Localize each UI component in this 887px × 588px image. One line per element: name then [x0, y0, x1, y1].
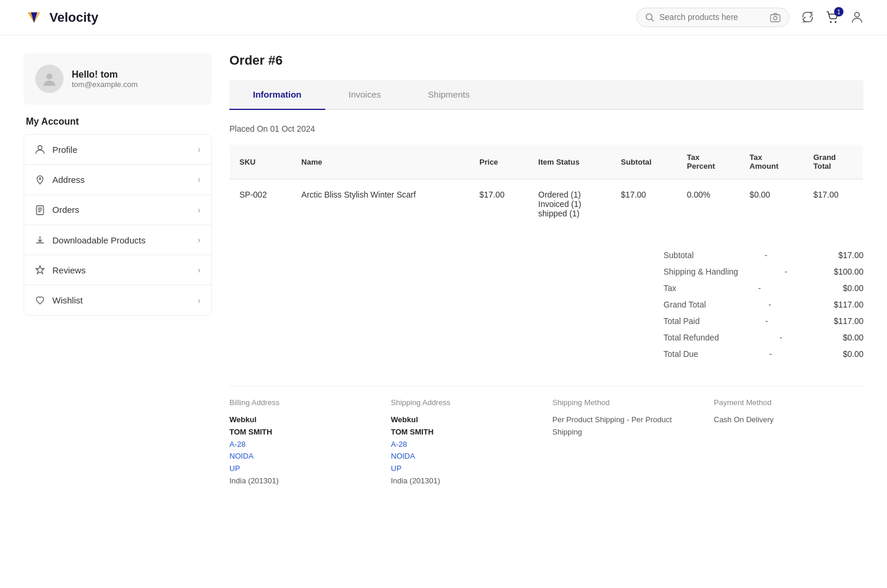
payment-method-value: Cash On Delivery: [714, 414, 864, 426]
summary-tax: Tax - $0.00: [663, 280, 863, 296]
header: Velocity: [0, 0, 887, 35]
cell-price: $17.00: [470, 179, 529, 229]
svg-point-8: [835, 21, 836, 23]
my-account-title: My Account: [24, 116, 212, 127]
tab-invoices[interactable]: Invoices: [325, 80, 405, 110]
location-icon: [35, 174, 45, 185]
svg-point-6: [773, 16, 777, 20]
sidebar-item-address[interactable]: Address ›: [24, 165, 211, 195]
col-tax-percent: TaxPercent: [678, 145, 741, 179]
col-price: Price: [470, 145, 529, 179]
tab-shipments[interactable]: Shipments: [405, 80, 493, 110]
sidebar-item-profile[interactable]: Profile ›: [24, 135, 211, 165]
billing-address-label: Billing Address: [229, 398, 379, 407]
order-tabs: Information Invoices Shipments: [229, 80, 863, 110]
shipping-method-label: Shipping Method: [552, 398, 702, 407]
col-subtotal: Subtotal: [612, 145, 678, 179]
chevron-right-icon: ›: [198, 205, 201, 215]
shipping-method-block: Shipping Method Per Product Shipping - P…: [552, 398, 702, 487]
placed-on: Placed On 01 Oct 2024: [229, 124, 863, 133]
summary-table: Subtotal - $17.00 Shipping & Handling - …: [663, 247, 863, 362]
sidebar-item-label-profile: Profile: [52, 145, 78, 155]
chevron-right-icon: ›: [198, 235, 201, 245]
sidebar: Hello! tom tom@example.com My Account Pr…: [24, 53, 212, 487]
sidebar-item-wishlist[interactable]: Wishlist ›: [24, 285, 211, 315]
cell-tax-percent: 0.00%: [678, 179, 741, 229]
svg-marker-14: [36, 266, 44, 274]
order-items-table: SKU Name Price Item Status Subtotal TaxP…: [229, 144, 863, 229]
user-card: Hello! tom tom@example.com: [24, 53, 212, 105]
sidebar-menu: Profile › Address ›: [24, 134, 212, 316]
svg-point-9: [855, 12, 859, 17]
cell-name: Arctic Bliss Stylish Winter Scarf: [292, 179, 470, 229]
user-email: tom@example.com: [72, 80, 138, 89]
sidebar-item-label-reviews: Reviews: [52, 265, 86, 275]
sidebar-item-downloadable-products[interactable]: Downloadable Products ›: [24, 225, 211, 255]
shipping-method-value: Per Product Shipping - Per Product Shipp…: [552, 414, 702, 439]
shipping-address-block: Shipping Address Webkul TOM SMITH A-28 N…: [391, 398, 541, 487]
summary-total-due: Total Due - $0.00: [663, 346, 863, 362]
camera-icon: [770, 12, 781, 22]
person-icon: [35, 144, 45, 155]
tab-information[interactable]: Information: [229, 80, 325, 110]
svg-line-4: [652, 19, 654, 22]
logo[interactable]: Velocity: [24, 7, 98, 28]
avatar: [35, 65, 64, 93]
search-input[interactable]: [659, 12, 765, 22]
sidebar-item-orders[interactable]: Orders ›: [24, 195, 211, 225]
col-grand-total: GrandTotal: [804, 145, 863, 179]
chevron-right-icon: ›: [198, 296, 201, 305]
chevron-right-icon: ›: [198, 265, 201, 275]
order-footer: Billing Address Webkul TOM SMITH A-28 NO…: [229, 386, 863, 487]
cart-wrapper[interactable]: 1: [826, 11, 839, 24]
cart-badge: 1: [834, 7, 843, 16]
sidebar-item-label-wishlist: Wishlist: [52, 295, 83, 305]
cell-item-status: Ordered (1) Invoiced (1) shipped (1): [529, 179, 612, 229]
logo-text: Velocity: [49, 10, 98, 25]
cell-sku: SP-002: [230, 179, 292, 229]
col-tax-amount: TaxAmount: [740, 145, 803, 179]
summary-shipping: Shipping & Handling - $100.00: [663, 263, 863, 280]
svg-point-7: [830, 21, 832, 23]
user-greeting: Hello! tom: [72, 69, 138, 80]
sidebar-item-label-downloadable: Downloadable Products: [52, 235, 145, 245]
svg-point-10: [46, 74, 52, 79]
main-layout: Hello! tom tom@example.com My Account Pr…: [0, 35, 887, 505]
heart-icon: [35, 295, 45, 305]
sidebar-item-reviews[interactable]: Reviews ›: [24, 255, 211, 285]
col-sku: SKU: [230, 145, 292, 179]
download-icon: [35, 235, 45, 245]
payment-method-label: Payment Method: [714, 398, 864, 407]
search-icon: [645, 12, 655, 22]
search-bar[interactable]: [636, 8, 789, 26]
redirect-icon[interactable]: [801, 11, 814, 24]
col-name: Name: [292, 145, 470, 179]
svg-point-11: [38, 146, 42, 150]
summary-grand-total: Grand Total - $117.00: [663, 296, 863, 313]
order-title: Order #6: [229, 53, 863, 68]
shipping-address-label: Shipping Address: [391, 398, 541, 407]
order-summary: Subtotal - $17.00 Shipping & Handling - …: [229, 247, 863, 362]
table-row: SP-002 Arctic Bliss Stylish Winter Scarf…: [230, 179, 863, 229]
header-right: 1: [636, 8, 863, 26]
sidebar-item-label-address: Address: [52, 175, 85, 185]
star-icon: [35, 265, 45, 275]
sidebar-item-label-orders: Orders: [52, 205, 79, 215]
cell-tax-amount: $0.00: [740, 179, 803, 229]
user-info: Hello! tom tom@example.com: [72, 69, 138, 89]
cell-grand-total: $17.00: [804, 179, 863, 229]
summary-total-refunded: Total Refunded - $0.00: [663, 329, 863, 346]
chevron-right-icon: ›: [198, 145, 201, 154]
chevron-right-icon: ›: [198, 175, 201, 184]
payment-method-block: Payment Method Cash On Delivery: [714, 398, 864, 487]
cell-subtotal: $17.00: [612, 179, 678, 229]
summary-total-paid: Total Paid - $117.00: [663, 313, 863, 329]
clipboard-icon: [35, 205, 45, 215]
billing-address-block: Billing Address Webkul TOM SMITH A-28 NO…: [229, 398, 379, 487]
user-icon[interactable]: [851, 11, 863, 24]
svg-point-12: [39, 178, 41, 179]
col-item-status: Item Status: [529, 145, 612, 179]
svg-rect-5: [771, 15, 780, 22]
summary-subtotal: Subtotal - $17.00: [663, 247, 863, 263]
order-content: Order #6 Information Invoices Shipments …: [229, 53, 863, 487]
